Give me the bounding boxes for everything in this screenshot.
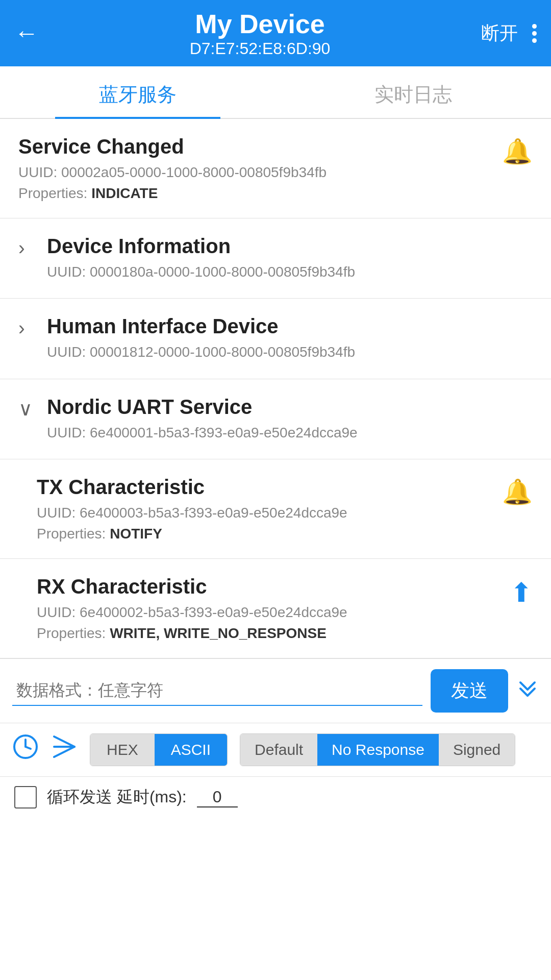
service-changed-bell-icon[interactable]: 🔔	[502, 137, 533, 166]
send-input[interactable]	[12, 676, 422, 706]
default-button[interactable]: Default	[240, 734, 317, 766]
device-name: My Device	[39, 9, 481, 39]
loop-label: 循环发送 延时(ms):	[47, 786, 187, 808]
tx-uuid: UUID: 6e400003-b5a3-f393-e0a9-e50e24dcca…	[37, 503, 502, 523]
header-actions: 断开	[481, 21, 537, 46]
loop-checkbox[interactable]	[14, 786, 37, 808]
service-changed-uuid: UUID: 00002a05-0000-1000-8000-00805f9b34…	[18, 162, 502, 182]
bottom-toolbar: HEX ASCII Default No Response Signed	[0, 723, 551, 776]
signed-button[interactable]: Signed	[439, 734, 515, 766]
tab-bar: 蓝牙服务 实时日志	[0, 66, 551, 119]
service-nordic-name: Nordic UART Service	[47, 396, 533, 419]
service-hid-name: Human Interface Device	[47, 315, 533, 338]
send-bar: 发送	[0, 658, 551, 723]
service-device-info-name: Device Information	[47, 235, 533, 258]
loop-row: 循环发送 延时(ms):	[0, 776, 551, 818]
svg-line-2	[26, 747, 31, 749]
clock-icon[interactable]	[12, 733, 39, 766]
response-button-group: Default No Response Signed	[240, 733, 515, 766]
expand-icon-device-info: ›	[18, 235, 37, 260]
service-changed-name: Service Changed	[18, 135, 502, 158]
chevron-double-down-icon	[516, 677, 539, 700]
dot-2	[532, 31, 537, 36]
service-item-nordic-uart[interactable]: ∨ Nordic UART Service UUID: 6e400001-b5a…	[0, 379, 551, 459]
service-hid-uuid: UUID: 00001812-0000-1000-8000-00805f9b34…	[47, 342, 533, 362]
rx-name: RX Characteristic	[37, 575, 510, 598]
expand-icon-hid: ›	[18, 315, 37, 340]
service-nordic-uuid: UUID: 6e400001-b5a3-f393-e0a9-e50e24dcca…	[47, 423, 533, 443]
characteristic-item-tx: TX Characteristic UUID: 6e400003-b5a3-f3…	[0, 459, 551, 559]
app-header: ← My Device D7:E7:52:E8:6D:90 断开	[0, 0, 551, 66]
characteristic-item-rx: RX Characteristic UUID: 6e400002-b5a3-f3…	[0, 559, 551, 658]
expand-icon-nordic: ∨	[18, 396, 37, 421]
hex-button[interactable]: HEX	[90, 734, 155, 766]
send-small-icon[interactable]	[51, 733, 78, 766]
service-device-info-uuid: UUID: 0000180a-0000-1000-8000-00805f9b34…	[47, 262, 533, 282]
back-button[interactable]: ←	[14, 21, 39, 45]
send-button[interactable]: 发送	[431, 669, 508, 713]
service-item-device-info[interactable]: › Device Information UUID: 0000180a-0000…	[0, 218, 551, 299]
format-button-group: HEX ASCII	[90, 733, 228, 766]
dot-1	[532, 24, 537, 29]
tx-bell-icon[interactable]: 🔔	[502, 478, 533, 506]
tx-props: Properties: NOTIFY	[37, 526, 502, 542]
tab-realtime-log[interactable]: 实时日志	[276, 66, 551, 118]
header-title-group: My Device D7:E7:52:E8:6D:90	[39, 9, 481, 58]
rx-props: Properties: WRITE, WRITE_NO_RESPONSE	[37, 625, 510, 642]
more-menu-button[interactable]	[532, 24, 537, 43]
service-item-hid[interactable]: › Human Interface Device UUID: 00001812-…	[0, 299, 551, 379]
rx-upload-icon[interactable]: ⬆	[510, 577, 533, 608]
tx-name: TX Characteristic	[37, 476, 502, 499]
service-item-changed: Service Changed UUID: 00002a05-0000-1000…	[0, 119, 551, 218]
rx-uuid: UUID: 6e400002-b5a3-f393-e0a9-e50e24dcca…	[37, 602, 510, 622]
dot-3	[532, 38, 537, 43]
ascii-button[interactable]: ASCII	[155, 734, 227, 766]
service-changed-props: Properties: INDICATE	[18, 185, 502, 202]
loop-delay-input[interactable]	[197, 788, 238, 807]
tab-ble-services[interactable]: 蓝牙服务	[0, 66, 276, 118]
device-mac: D7:E7:52:E8:6D:90	[39, 39, 481, 58]
expand-send-button[interactable]	[516, 677, 539, 704]
disconnect-button[interactable]: 断开	[481, 21, 518, 46]
no-response-button[interactable]: No Response	[317, 734, 439, 766]
